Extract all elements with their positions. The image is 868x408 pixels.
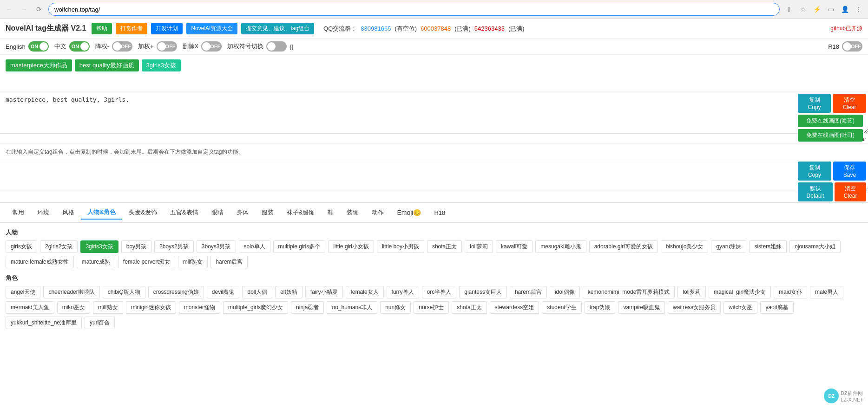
tag-2boys[interactable]: 2boys2男孩 <box>154 240 194 253</box>
main-textarea[interactable]: masterpiece, best quality, 3girls, <box>0 92 868 134</box>
tag-miko[interactable]: miko巫女 <box>57 301 90 314</box>
tag-kawaii[interactable]: kawaii可爱 <box>496 240 533 253</box>
tag-vampire[interactable]: vampire吸血鬼 <box>618 301 665 314</box>
tag-elf[interactable]: elf妖精 <box>275 286 302 298</box>
tag-ninja[interactable]: ninja忍者 <box>291 301 324 314</box>
chinese-toggle[interactable]: ON <box>69 41 90 52</box>
tab-socks[interactable]: 袜子&腿饰 <box>280 206 322 219</box>
tab-common[interactable]: 常用 <box>6 206 31 219</box>
r18-toggle[interactable]: OFF <box>842 41 862 52</box>
forward-button[interactable]: → <box>19 4 30 15</box>
tag-doll[interactable]: doll人偶 <box>242 286 272 298</box>
tag-female[interactable]: female女人 <box>346 286 384 298</box>
profile-icon[interactable]: 👤 <box>839 4 850 15</box>
sidebar-icon[interactable]: ▭ <box>825 4 836 15</box>
selected-tag-0[interactable]: masterpiece大师作品 <box>6 59 72 71</box>
tag-yukkuri[interactable]: yukkuri_shiteitte_ne油库里 <box>6 317 82 329</box>
reduce-weight-toggle[interactable]: OFF <box>112 41 132 52</box>
tag-boy[interactable]: boy男孩 <box>121 240 151 253</box>
tag-solo[interactable]: solo单人 <box>239 240 270 253</box>
tag-crossdressing[interactable]: crossdressing伪娘 <box>148 286 204 298</box>
tag-little-boy[interactable]: little boy小男孩 <box>377 240 424 253</box>
tab-actions[interactable]: 动作 <box>365 206 390 219</box>
second-save-button[interactable]: 保存 Save <box>833 162 866 181</box>
tag-kemonomimi[interactable]: kemonomimi_mode雷耳萝莉模式 <box>583 286 675 298</box>
tag-student[interactable]: student学生 <box>542 301 581 314</box>
tag-chibi[interactable]: chibiQ版人物 <box>103 286 145 298</box>
tag-loli[interactable]: loli萝莉 <box>465 240 493 253</box>
resources-button[interactable]: NovelAI资源大全 <box>186 23 237 34</box>
add-weight-toggle[interactable]: OFF <box>157 41 177 52</box>
plan-button[interactable]: 开发计划 <box>151 23 183 34</box>
english-toggle[interactable]: ON <box>28 41 49 52</box>
tag-angel[interactable]: angel天使 <box>6 286 40 298</box>
tag-female-pervert[interactable]: female pervert痴女 <box>118 256 175 268</box>
tag-yuri[interactable]: yuri百合 <box>85 317 115 329</box>
tab-character[interactable]: 人物&角色 <box>81 206 122 220</box>
haiyun-button[interactable]: 免费在线画图(海艺) <box>798 115 863 127</box>
tab-shoes[interactable]: 鞋 <box>321 206 340 219</box>
extensions-icon[interactable]: ⚡ <box>811 4 822 15</box>
second-clear-button[interactable]: 清空 Clear <box>835 182 866 201</box>
tag-cheerleader[interactable]: cheerleader啦啦队 <box>43 286 99 298</box>
tag-furry[interactable]: furry兽人 <box>387 286 419 298</box>
tag-loli-roles[interactable]: loli萝莉 <box>677 286 706 298</box>
github-link[interactable]: github已开源 <box>830 25 862 32</box>
tab-style[interactable]: 风格 <box>56 206 81 219</box>
tag-yaoit[interactable]: yaoit腐基 <box>760 301 793 314</box>
back-button[interactable]: ← <box>4 4 15 15</box>
help-button[interactable]: 帮助 <box>92 23 112 34</box>
tag-harem-roles[interactable]: harem后宫 <box>510 286 547 298</box>
tag-stewardess[interactable]: stewardess空姐 <box>490 301 539 314</box>
tag-multiple-girls[interactable]: multiple girls多个 <box>273 240 326 253</box>
tab-environment[interactable]: 环境 <box>31 206 56 219</box>
tag-sisters[interactable]: sisters姐妹 <box>749 240 787 253</box>
tab-face[interactable]: 五官&表情 <box>164 206 205 219</box>
bracket-toggle[interactable] <box>266 41 287 52</box>
feedback-button[interactable]: 提交意见、建议、tag组合 <box>241 23 314 34</box>
tag-no-humans[interactable]: no_humans非人 <box>327 301 377 314</box>
tab-clothing[interactable]: 服装 <box>255 206 280 219</box>
tag-male[interactable]: male男人 <box>810 286 843 298</box>
tag-idol[interactable]: idol偶像 <box>550 286 580 298</box>
tag-mature[interactable]: mature成熟 <box>77 256 115 268</box>
tag-mesugaki[interactable]: mesugaki雌小鬼 <box>535 240 586 253</box>
tag-nurse[interactable]: nurse护士 <box>414 301 449 314</box>
tag-minigirl[interactable]: minigirl迷你女孩 <box>126 301 176 314</box>
main-copy-button[interactable]: 复制 Copy <box>798 94 831 113</box>
tab-eyes[interactable]: 眼睛 <box>205 206 230 219</box>
tag-milf[interactable]: milf熟女 <box>178 256 208 268</box>
tag-adorable-girl[interactable]: adorable girl可爱的女孩 <box>589 240 658 253</box>
tag-fairy[interactable]: fairy小精灵 <box>305 286 343 298</box>
tag-harem[interactable]: harem后宫 <box>210 256 248 268</box>
qq-group1[interactable]: 830981665 <box>361 25 391 32</box>
tag-nun[interactable]: nun修女 <box>380 301 411 314</box>
second-textarea[interactable] <box>0 160 868 192</box>
selected-tag-1[interactable]: best quality最好画质 <box>75 59 139 71</box>
tag-ojousama[interactable]: ojousama大小姐 <box>789 240 841 253</box>
tag-orc[interactable]: orc半兽人 <box>422 286 457 298</box>
tab-hair[interactable]: 头发&发饰 <box>122 206 164 219</box>
tag-mermaid[interactable]: mermaid美人鱼 <box>6 301 54 314</box>
tag-mature-female[interactable]: mature female成熟女性 <box>6 256 74 268</box>
tag-shota-roles[interactable]: shota正太 <box>452 301 487 314</box>
tag-girls[interactable]: girls女孩 <box>6 240 37 253</box>
tab-body[interactable]: 身体 <box>230 206 255 219</box>
tag-little-girl[interactable]: little girl小女孩 <box>328 240 374 253</box>
selected-tag-2[interactable]: 3girls3女孩 <box>142 59 181 71</box>
tag-bishoujo[interactable]: bishoujo美少女 <box>661 240 709 253</box>
address-bar[interactable] <box>48 3 780 16</box>
main-clear-button[interactable]: 清空 Clear <box>833 94 866 113</box>
tag-3girls[interactable]: 3girls3女孩 <box>80 240 118 253</box>
qq-group2[interactable]: 600037848 <box>421 25 451 32</box>
share-icon[interactable]: ⇧ <box>783 4 795 15</box>
menu-icon[interactable]: ⋮ <box>853 4 864 15</box>
star-icon[interactable]: ☆ <box>797 4 809 15</box>
tag-monster[interactable]: monster怪物 <box>179 301 220 314</box>
tag-gyaru[interactable]: gyaru辣妹 <box>711 240 746 253</box>
tag-multiple-girls-roles[interactable]: multiple_girls魔幻少女 <box>223 301 288 314</box>
tag-devil[interactable]: devil魔鬼 <box>207 286 240 298</box>
tag-trap[interactable]: trap伪娘 <box>585 301 616 314</box>
tag-maid[interactable]: maid女仆 <box>774 286 807 298</box>
shishu-button[interactable]: 免费在线画图(吐司) <box>798 129 863 142</box>
